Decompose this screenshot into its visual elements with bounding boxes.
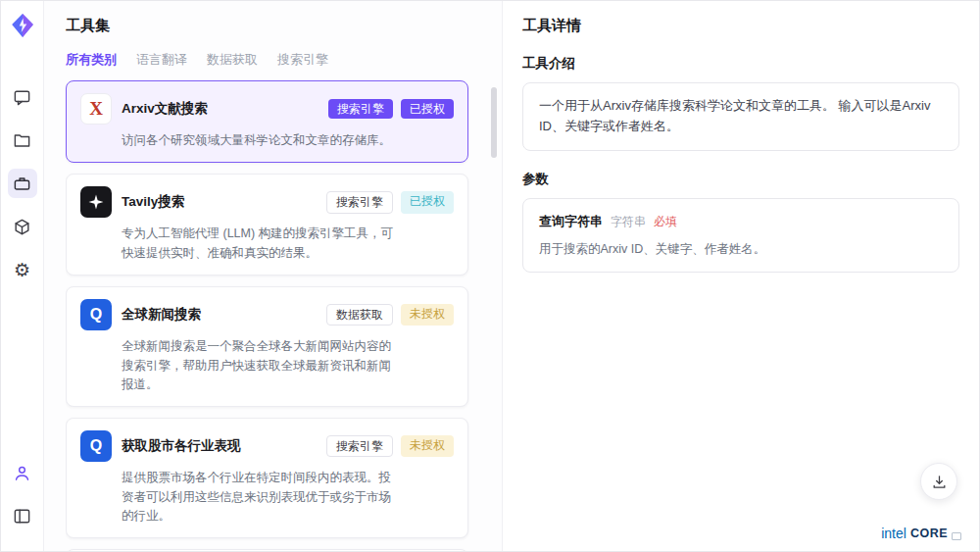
param-type: 字符串 [611, 213, 646, 231]
auth-status-badge: 已授权 [401, 191, 454, 213]
tab-translation[interactable]: 语言翻译 [136, 51, 187, 69]
tool-description: 访问各个研究领域大量科学论文和文章的存储库。 [122, 131, 403, 150]
tianapi-q-icon: Q [80, 430, 112, 462]
tool-card-arxiv[interactable]: X Arxiv文献搜索 搜索引擎 已授权 访问各个研究领域大量科学论文和文章的存… [66, 80, 468, 163]
nav-tools-briefcase-icon[interactable] [8, 169, 37, 198]
param-required-flag: 必填 [654, 213, 677, 231]
app-logo-icon [10, 13, 35, 42]
icon-rail: ⚙ [1, 1, 44, 551]
tool-detail-panel: 工具详情 工具介绍 一个用于从Arxiv存储库搜索科学论文和文章的工具。 输入可… [503, 1, 979, 551]
tab-search-engine[interactable]: 搜索引擎 [277, 51, 328, 69]
tool-card-list: X Arxiv文献搜索 搜索引擎 已授权 访问各个研究领域大量科学论文和文章的存… [66, 80, 502, 551]
params-section-title: 参数 [522, 171, 959, 188]
user-avatar-icon[interactable] [8, 458, 37, 487]
tianapi-q-icon: Q [80, 299, 112, 330]
app-window: ⚙ 工具集 所有类别 语言翻译 数据获取 搜索引擎 X Arxiv文献搜索 搜索… [0, 0, 980, 552]
param-name: 查询字符串 [539, 212, 603, 232]
tool-list-title: 工具集 [66, 17, 502, 35]
nav-chat-icon[interactable] [8, 82, 37, 112]
intro-section-title: 工具介绍 [522, 55, 959, 73]
tab-data-fetch[interactable]: 数据获取 [207, 51, 258, 69]
param-box: 查询字符串 字符串 必填 用于搜索的Arxiv ID、关键字、作者姓名。 [522, 198, 959, 274]
tool-intro-box: 一个用于从Arxiv存储库搜索科学论文和文章的工具。 输入可以是Arxiv ID… [522, 82, 959, 151]
tool-description: 提供股票市场各个行业在特定时间段内的表现。投资者可以利用这些信息来识别表现优于或… [122, 469, 403, 526]
tool-name: Arxiv文献搜索 [122, 100, 208, 118]
list-scrollbar-thumb[interactable] [491, 87, 497, 158]
nav-folder-icon[interactable] [8, 125, 37, 155]
auth-status-badge: 已授权 [401, 99, 454, 119]
arxiv-logo-icon: X [80, 93, 112, 125]
tool-name: 获取股市各行业表现 [122, 437, 241, 455]
nav-settings-gear-icon[interactable]: ⚙ [8, 255, 37, 284]
tavily-star-icon [80, 186, 112, 218]
intel-core-tag [952, 532, 961, 540]
tool-list-panel: 工具集 所有类别 语言翻译 数据获取 搜索引擎 X Arxiv文献搜索 搜索引擎… [44, 1, 503, 551]
detail-title: 工具详情 [522, 17, 959, 35]
download-button[interactable] [920, 463, 957, 500]
param-description: 用于搜索的Arxiv ID、关键字、作者姓名。 [539, 239, 943, 259]
category-badge: 搜索引擎 [326, 435, 393, 457]
tool-card-sector-performance[interactable]: Q 获取股市各行业表现 搜索引擎 未授权 提供股票市场各个行业在特定时间段内的表… [66, 418, 468, 538]
auth-status-badge: 未授权 [401, 304, 454, 326]
collapse-panel-icon[interactable] [8, 501, 37, 530]
category-badge: 数据获取 [326, 304, 393, 326]
tool-card-tavily[interactable]: Tavily搜索 搜索引擎 已授权 专为人工智能代理 (LLM) 构建的搜索引擎… [66, 174, 468, 276]
tool-name: Tavily搜索 [122, 193, 184, 211]
tool-name: 全球新闻搜索 [122, 306, 201, 324]
tab-all-categories[interactable]: 所有类别 [66, 51, 117, 69]
category-badge: 搜索引擎 [326, 191, 393, 213]
nav-package-icon[interactable] [8, 212, 37, 241]
category-tabs: 所有类别 语言翻译 数据获取 搜索引擎 [66, 51, 502, 69]
auth-status-badge: 未授权 [401, 435, 454, 457]
category-badge: 搜索引擎 [328, 99, 393, 119]
tool-card-most-active-stocks[interactable]: Q 获取市场最活跃股票信息 搜索引擎 未授权 提供当天交易量最高的股票列表，投资… [66, 549, 468, 551]
tool-card-global-news[interactable]: Q 全球新闻搜索 数据获取 未授权 全球新闻搜索是一个聚合全球各大新闻网站内容的… [66, 286, 468, 407]
intel-core-logo: intel CORE [881, 526, 961, 541]
tool-intro-text: 一个用于从Arxiv存储库搜索科学论文和文章的工具。 输入可以是Arxiv ID… [539, 98, 930, 133]
tool-description: 全球新闻搜索是一个聚合全球各大新闻网站内容的搜索引擎，帮助用户快速获取全球最新资… [122, 337, 403, 394]
tool-description: 专为人工智能代理 (LLM) 构建的搜索引擎工具，可快速提供实时、准确和真实的结… [122, 225, 403, 263]
